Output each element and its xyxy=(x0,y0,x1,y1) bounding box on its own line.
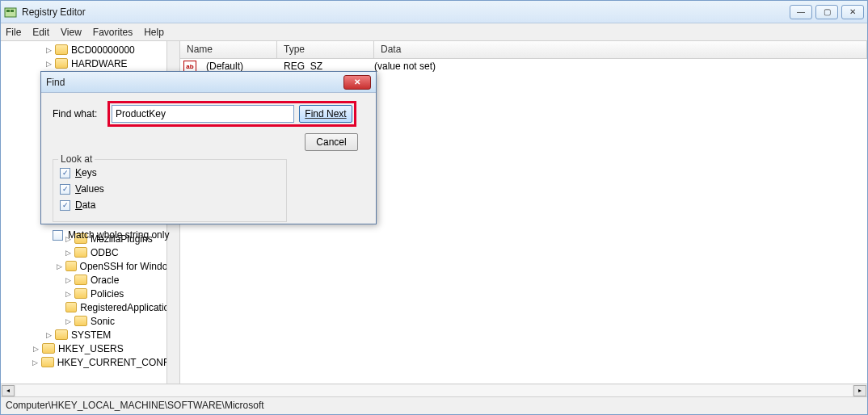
regedit-icon xyxy=(4,6,17,19)
values-checkbox[interactable]: ✓ xyxy=(60,184,70,195)
match-whole-label: Match whole string only xyxy=(68,229,169,241)
value-data: (value not set) xyxy=(368,61,442,72)
folder-icon xyxy=(42,343,55,354)
column-type[interactable]: Type xyxy=(277,41,374,58)
svg-rect-0 xyxy=(5,8,16,17)
titlebar: Registry Editor — ▢ ✕ xyxy=(1,1,867,23)
maximize-button[interactable]: ▢ xyxy=(815,5,838,19)
tree-item-label: HKEY_USERS xyxy=(58,343,124,354)
close-icon[interactable]: ✕ xyxy=(343,75,371,90)
tree-item[interactable]: ▷HKEY_CURRENT_CONFIG xyxy=(2,355,179,369)
keys-label: eys xyxy=(82,167,97,178)
window-title: Registry Editor xyxy=(22,6,790,18)
menu-edit[interactable]: Edit xyxy=(32,27,49,38)
tree-item[interactable]: ▷Policies xyxy=(2,287,179,300)
statusbar: Computer\HKEY_LOCAL_MACHINE\SOFTWARE\Mic… xyxy=(1,396,867,414)
tree-item[interactable]: ▷HKEY_USERS xyxy=(2,342,179,355)
cancel-button[interactable]: Cancel xyxy=(305,133,358,151)
column-data[interactable]: Data xyxy=(374,41,867,58)
expand-icon[interactable]: ▷ xyxy=(31,358,40,367)
expand-icon[interactable]: ▷ xyxy=(44,330,53,339)
find-dialog: Find ✕ Find what: Find Next Cancel Look … xyxy=(40,71,377,224)
expand-icon[interactable]: ▷ xyxy=(64,248,73,257)
expand-icon[interactable]: ▷ xyxy=(64,289,73,298)
tree-item-label: ODBC xyxy=(91,247,119,258)
expand-icon[interactable] xyxy=(57,303,65,312)
look-at-label: Look at xyxy=(58,153,95,165)
expand-icon[interactable]: ▷ xyxy=(64,316,73,325)
folder-icon xyxy=(55,44,68,55)
tree-item[interactable]: ▷Oracle xyxy=(2,273,179,287)
tree-item[interactable]: ▷OpenSSH for Windows xyxy=(2,259,179,273)
close-button[interactable]: ✕ xyxy=(841,5,864,19)
menu-file[interactable]: File xyxy=(6,27,21,38)
tree-item-label: HARDWARE xyxy=(71,58,128,69)
tree-item[interactable]: RegisteredApplications xyxy=(2,300,179,314)
menu-view[interactable]: View xyxy=(61,27,82,38)
scroll-left-icon[interactable]: ◂ xyxy=(2,385,15,396)
expand-icon[interactable]: ▷ xyxy=(64,275,73,284)
tree-item-label: BCD00000000 xyxy=(71,44,135,56)
find-highlight: Find Next xyxy=(107,101,356,127)
value-name: (Default) xyxy=(200,61,277,72)
data-label: ata xyxy=(82,199,96,211)
scroll-right-icon[interactable]: ▸ xyxy=(853,385,866,396)
expand-icon[interactable]: ▷ xyxy=(56,262,63,270)
menu-favorites[interactable]: Favorites xyxy=(93,27,133,38)
find-what-label: Find what: xyxy=(53,108,101,119)
menubar: File Edit View Favorites Help xyxy=(1,23,867,41)
tree-item-label: Sonic xyxy=(91,316,115,327)
find-dialog-title: Find xyxy=(46,77,343,88)
tree-item-label: HKEY_CURRENT_CONFIG xyxy=(57,357,179,368)
folder-icon xyxy=(74,275,87,285)
value-type: REG_SZ xyxy=(277,61,368,72)
svg-rect-1 xyxy=(6,10,10,12)
values-label: alues xyxy=(81,183,104,195)
expand-icon[interactable]: ▷ xyxy=(44,59,53,68)
column-name[interactable]: Name xyxy=(180,41,277,58)
tree-item[interactable]: ▷Sonic xyxy=(2,314,179,328)
tree-item-label: Oracle xyxy=(91,275,119,286)
tree-item-label: SYSTEM xyxy=(71,329,111,341)
folder-icon xyxy=(65,261,77,271)
folder-icon xyxy=(74,247,87,258)
tree-item-label: OpenSSH for Windows xyxy=(80,261,179,272)
folder-icon xyxy=(55,329,68,340)
match-whole-checkbox[interactable]: ✓ xyxy=(53,230,63,241)
folder-icon xyxy=(41,357,54,367)
folder-icon xyxy=(65,302,77,312)
tree-item[interactable]: ▷HARDWARE xyxy=(2,57,179,70)
data-checkbox[interactable]: ✓ xyxy=(60,200,70,211)
minimize-button[interactable]: — xyxy=(790,5,812,19)
svg-rect-2 xyxy=(11,10,14,12)
find-what-input[interactable] xyxy=(112,105,294,123)
folder-icon xyxy=(55,58,68,69)
folder-icon xyxy=(74,316,87,326)
tree-item-label: RegisteredApplications xyxy=(80,302,179,313)
tree-item-label: Policies xyxy=(91,288,124,300)
tree-item[interactable]: ▷BCD00000000 xyxy=(2,43,179,57)
folder-icon xyxy=(74,288,87,299)
expand-icon[interactable]: ▷ xyxy=(32,344,40,353)
menu-help[interactable]: Help xyxy=(144,27,164,38)
tree-item[interactable]: ▷SYSTEM xyxy=(2,328,179,342)
keys-checkbox[interactable]: ✓ xyxy=(60,168,70,178)
string-value-icon: ab xyxy=(183,61,196,72)
horizontal-scrollbar[interactable]: ◂ ▸ xyxy=(1,384,867,396)
find-next-button[interactable]: Find Next xyxy=(299,105,352,123)
expand-icon[interactable]: ▷ xyxy=(44,45,53,54)
